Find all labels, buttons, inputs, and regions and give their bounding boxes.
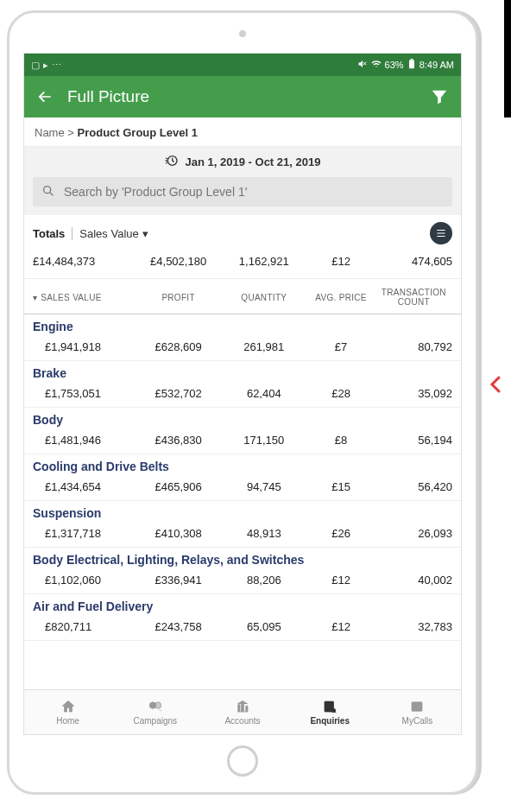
- svg-rect-8: [412, 702, 422, 712]
- nav-label: Campaigns: [133, 716, 177, 726]
- cell: £628,609: [136, 340, 221, 353]
- nav-tab-home[interactable]: Home: [24, 690, 111, 734]
- totals-metric-label: Sales Value: [79, 227, 138, 240]
- column-headers: ▾ SALES VALUE PROFIT QUANTITY AVG. PRICE…: [24, 278, 461, 314]
- cell: £1,481,946: [33, 434, 136, 447]
- screen: ▢ ▸ ⋯ 63% 8:49 AM Fu: [23, 53, 462, 735]
- totals-value: £12: [306, 255, 375, 268]
- totals-label: Totals: [33, 227, 73, 240]
- svg-rect-1: [410, 59, 413, 60]
- col-header[interactable]: QUANTITY: [221, 293, 306, 302]
- col-header[interactable]: TRANSACTION COUNT: [375, 288, 452, 307]
- table-row[interactable]: £1,753,051£532,70262,404£2835,092: [24, 382, 461, 408]
- nav-tab-accounts[interactable]: Accounts: [199, 690, 286, 734]
- totals-value: 1,162,921: [221, 255, 306, 268]
- cell: £1,102,060: [33, 574, 136, 587]
- nav-label: Home: [56, 716, 79, 726]
- clock-time: 8:49 AM: [420, 60, 454, 70]
- svg-point-3: [44, 186, 51, 193]
- table-row[interactable]: £820,711£243,75865,095£1232,783: [24, 615, 461, 641]
- search-input[interactable]: [64, 185, 444, 199]
- nav-tab-campaigns[interactable]: Campaigns: [111, 690, 199, 734]
- nav-tab-enquiries[interactable]: Enquiries: [287, 690, 374, 734]
- image-icon: ▢: [31, 60, 40, 71]
- cell: 62,404: [221, 387, 306, 400]
- totals-value: £14,484,373: [33, 255, 136, 268]
- cell: 80,792: [375, 340, 452, 353]
- table-row-title[interactable]: Body Electrical, Lighting, Relays, and S…: [24, 548, 461, 568]
- table-row[interactable]: £1,102,060£336,94188,206£1240,002: [24, 568, 461, 594]
- nav-label: Enquiries: [310, 716, 350, 726]
- cell: £243,758: [136, 620, 221, 633]
- cell: £12: [306, 574, 375, 587]
- table-row[interactable]: £1,434,654£465,90694,745£1556,420: [24, 475, 461, 501]
- svg-rect-0: [409, 60, 414, 69]
- cell: 40,002: [375, 574, 452, 587]
- search-icon: [41, 184, 55, 200]
- cell: 26,093: [375, 527, 452, 540]
- cell: 261,981: [221, 340, 306, 353]
- battery-percent: 63%: [385, 60, 404, 70]
- cell: £26: [306, 527, 375, 540]
- back-icon[interactable]: [36, 88, 54, 105]
- table-row-title[interactable]: Body: [24, 408, 461, 428]
- bottom-nav: HomeCampaignsAccountsEnquiriesMyCalls: [24, 689, 461, 734]
- table-row-title[interactable]: Cooling and Drive Belts: [24, 454, 461, 475]
- cell: £28: [306, 387, 375, 400]
- cell: 56,194: [375, 434, 452, 447]
- breadcrumb-root: Name: [35, 126, 65, 139]
- breadcrumb[interactable]: Name > Product Group Level 1: [24, 117, 461, 147]
- app-bar: Full Picture: [24, 76, 461, 117]
- cell: £410,308: [136, 527, 221, 540]
- chevron-down-icon: ▾: [142, 227, 148, 240]
- cell: £1,434,654: [33, 480, 136, 493]
- cell: £532,702: [136, 387, 221, 400]
- wifi-icon: [371, 59, 382, 71]
- nav-label: MyCalls: [402, 716, 433, 726]
- more-icon: ⋯: [52, 60, 61, 71]
- table-menu-button[interactable]: [430, 222, 452, 244]
- cell: 94,745: [221, 480, 306, 493]
- totals-value: 474,605: [375, 255, 452, 268]
- col-header-sort[interactable]: ▾ SALES VALUE: [33, 293, 136, 302]
- table-row[interactable]: £1,317,718£410,30848,913£2626,093: [24, 522, 461, 548]
- totals-metric-dropdown[interactable]: Sales Value ▾: [79, 227, 148, 240]
- table-row-title[interactable]: Brake: [24, 361, 461, 382]
- mute-icon: [357, 59, 368, 71]
- cell: £336,941: [136, 574, 221, 587]
- cell: 35,092: [375, 387, 452, 400]
- search-box[interactable]: [33, 177, 452, 206]
- breadcrumb-sep: >: [67, 126, 74, 139]
- table-row[interactable]: £1,481,946£436,830171,150£856,194: [24, 428, 461, 454]
- cell: 48,913: [221, 527, 306, 540]
- chevron-left-icon[interactable]: [485, 370, 506, 403]
- filter-icon[interactable]: [430, 87, 449, 106]
- tablet-home-button[interactable]: [227, 745, 258, 777]
- table-row-title[interactable]: Air and Fuel Delivery: [24, 594, 461, 615]
- nav-tab-mycalls[interactable]: MyCalls: [374, 690, 461, 734]
- cell: £820,711: [33, 620, 136, 633]
- cell: £1,941,918: [33, 340, 136, 353]
- status-bar: ▢ ▸ ⋯ 63% 8:49 AM: [24, 54, 461, 76]
- cell: £436,830: [136, 434, 221, 447]
- history-icon: [165, 154, 179, 170]
- page-title: Full Picture: [67, 87, 416, 106]
- cell: 32,783: [375, 620, 452, 633]
- date-range-label: Jan 1, 2019 - Oct 21, 2019: [186, 155, 321, 168]
- cell: £15: [306, 480, 375, 493]
- status-icons-left: ▢ ▸ ⋯: [31, 60, 61, 71]
- cell: £465,906: [136, 480, 221, 493]
- col-header[interactable]: PROFIT: [136, 293, 221, 302]
- col-header[interactable]: AVG. PRICE: [306, 293, 375, 302]
- date-range-button[interactable]: Jan 1, 2019 - Oct 21, 2019: [24, 147, 461, 177]
- cell: £8: [306, 434, 375, 447]
- table-row-title[interactable]: Engine: [24, 314, 461, 335]
- chevron-down-icon: ▾: [33, 293, 37, 302]
- data-rows[interactable]: Engine£1,941,918£628,609261,981£780,792B…: [24, 314, 461, 689]
- cell: 88,206: [221, 574, 306, 587]
- cell: £7: [306, 340, 375, 353]
- cell: 65,095: [221, 620, 306, 633]
- totals-bar: Totals Sales Value ▾: [24, 215, 461, 248]
- table-row-title[interactable]: Suspension: [24, 501, 461, 522]
- table-row[interactable]: £1,941,918£628,609261,981£780,792: [24, 335, 461, 361]
